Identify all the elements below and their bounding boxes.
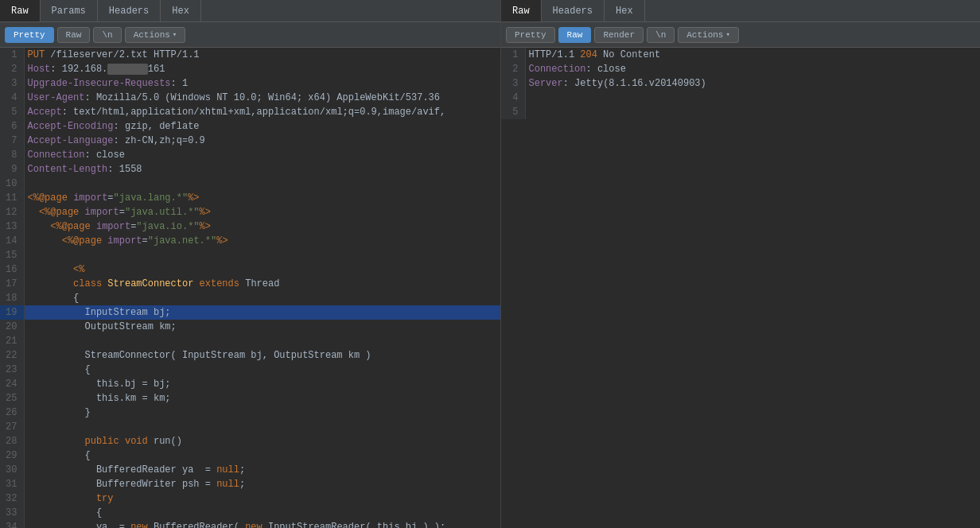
- left-tab-raw[interactable]: Raw: [0, 0, 41, 21]
- table-row: 20 OutputStream km;: [0, 320, 500, 334]
- table-row: 4: [501, 91, 980, 105]
- left-actions-chevron-icon: ▾: [173, 30, 177, 39]
- table-row: 30 BufferedReader ya = null;: [0, 463, 500, 477]
- right-tab-raw[interactable]: Raw: [501, 0, 542, 21]
- table-row: 28 public void run(): [0, 434, 500, 448]
- left-actions-button[interactable]: Actions ▾: [125, 27, 186, 43]
- table-row: 1 HTTP/1.1 204 No Content: [501, 48, 980, 62]
- table-row: 4 User-Agent: Mozilla/5.0 (Windows NT 10…: [0, 91, 500, 105]
- right-pretty-button[interactable]: Pretty: [506, 27, 555, 43]
- table-row: 32 try: [0, 491, 500, 506]
- table-row: 6 Accept-Encoding: gzip, deflate: [0, 119, 500, 134]
- table-row: 26 }: [0, 406, 500, 420]
- right-actions-label: Actions: [686, 30, 723, 40]
- right-code-table: 1 HTTP/1.1 204 No Content 2 Connection: …: [501, 48, 980, 119]
- right-tab-bar: Raw Headers Hex: [501, 0, 980, 22]
- left-tab-params[interactable]: Params: [41, 0, 98, 21]
- table-row: 21: [0, 334, 500, 348]
- table-row: 5 Accept: text/html,application/xhtml+xm…: [0, 105, 500, 119]
- table-row: 23 {: [0, 363, 500, 377]
- left-code-area[interactable]: 1 PUT /fileserver/2.txt HTTP/1.1 2 Host:…: [0, 48, 500, 528]
- table-row: 11 <%@page import="java.lang.*"%>: [0, 191, 500, 205]
- table-row: 10: [0, 177, 500, 191]
- table-row: 29 {: [0, 448, 500, 463]
- table-row: 14 <%@page import="java.net.*"%>: [0, 234, 500, 248]
- table-row: 22 StreamConnector( InputStream bj, Outp…: [0, 348, 500, 363]
- right-tab-headers[interactable]: Headers: [542, 0, 605, 21]
- table-row: 16 <%: [0, 262, 500, 277]
- table-row: 3 Server: Jetty(8.1.16.v20140903): [501, 76, 980, 91]
- right-render-button[interactable]: Render: [594, 27, 644, 43]
- table-row: 18 {: [0, 291, 500, 305]
- table-row: 3 Upgrade-Insecure-Requests: 1: [0, 76, 500, 91]
- right-newline-button[interactable]: \n: [647, 27, 675, 43]
- table-row: 34 ya = new BufferedReader( new InputStr…: [0, 520, 500, 528]
- right-code-area[interactable]: 1 HTTP/1.1 204 No Content 2 Connection: …: [501, 48, 980, 528]
- table-row: 5: [501, 105, 980, 119]
- table-row: 9 Content-Length: 1558: [0, 162, 500, 177]
- right-pane: Raw Headers Hex Pretty Raw Render \n Act…: [501, 0, 980, 528]
- left-tab-headers[interactable]: Headers: [98, 0, 161, 21]
- right-tab-hex[interactable]: Hex: [605, 0, 645, 21]
- left-actions-label: Actions: [134, 30, 170, 40]
- table-row: 33 {: [0, 506, 500, 520]
- table-row: 15: [0, 248, 500, 262]
- left-newline-button[interactable]: \n: [93, 27, 121, 43]
- table-row: 1 PUT /fileserver/2.txt HTTP/1.1: [0, 48, 500, 62]
- table-row: 17 class StreamConnector extends Thread: [0, 277, 500, 291]
- table-row: 2 Connection: close: [501, 62, 980, 76]
- left-pretty-button[interactable]: Pretty: [5, 27, 54, 43]
- left-tab-hex[interactable]: Hex: [161, 0, 201, 21]
- left-code-table: 1 PUT /fileserver/2.txt HTTP/1.1 2 Host:…: [0, 48, 500, 528]
- right-raw-button[interactable]: Raw: [558, 27, 592, 43]
- left-pane: Raw Params Headers Hex Pretty Raw \n Act…: [0, 0, 501, 528]
- table-row: 19 InputStream bj;: [0, 305, 500, 320]
- right-toolbar: Pretty Raw Render \n Actions ▾: [501, 22, 980, 48]
- left-toolbar: Pretty Raw \n Actions ▾: [0, 22, 500, 48]
- table-row: 31 BufferedWriter psh = null;: [0, 477, 500, 491]
- table-row: 24 this.bj = bj;: [0, 377, 500, 391]
- left-raw-button[interactable]: Raw: [57, 27, 91, 43]
- table-row: 7 Accept-Language: zh-CN,zh;q=0.9: [0, 134, 500, 148]
- table-row: 13 <%@page import="java.io.*"%>: [0, 219, 500, 234]
- left-tab-bar: Raw Params Headers Hex: [0, 0, 500, 22]
- table-row: 12 <%@page import="java.util.*"%>: [0, 205, 500, 219]
- table-row: 8 Connection: close: [0, 148, 500, 162]
- right-actions-chevron-icon: ▾: [725, 30, 729, 39]
- table-row: 2 Host: 192.168.███████161: [0, 62, 500, 76]
- table-row: 25 this.km = km;: [0, 391, 500, 406]
- main-container: Raw Params Headers Hex Pretty Raw \n Act…: [0, 0, 980, 528]
- right-actions-button[interactable]: Actions ▾: [678, 27, 739, 43]
- table-row: 27: [0, 420, 500, 434]
